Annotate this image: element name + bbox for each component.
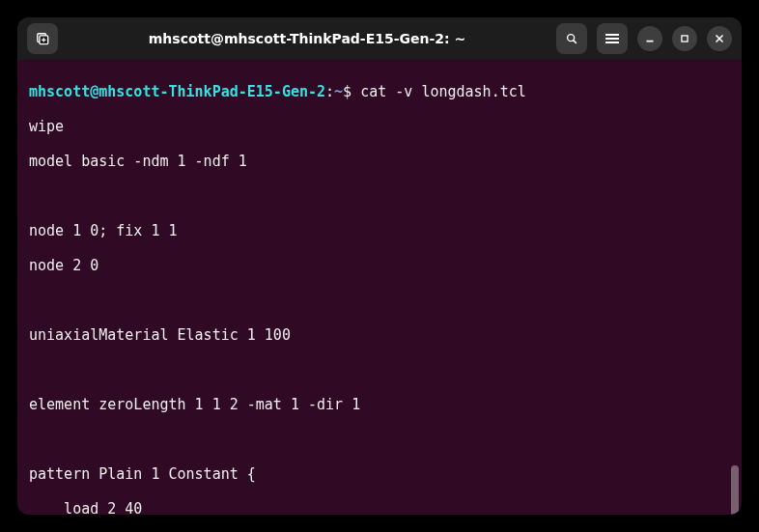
output-line: model basic -ndm 1 -ndf 1 — [29, 153, 730, 170]
output-line: node 2 0 — [29, 257, 730, 274]
output-line — [29, 431, 730, 448]
output-line — [29, 187, 730, 205]
output-line — [29, 292, 730, 309]
prompt-sep: : — [325, 83, 334, 100]
svg-rect-10 — [682, 36, 688, 42]
output-line — [29, 361, 730, 378]
new-tab-button[interactable] — [27, 23, 58, 54]
close-button[interactable] — [707, 26, 732, 51]
output-line: node 1 0; fix 1 1 — [29, 222, 730, 239]
prompt-dollar: $ — [343, 83, 360, 100]
output-line: element zeroLength 1 1 2 -mat 1 -dir 1 — [29, 396, 730, 413]
command-text: cat -v longdash.tcl — [360, 83, 526, 100]
output-line: uniaxialMaterial Elastic 1 100 — [29, 326, 730, 344]
output-line: pattern Plain 1 Constant { — [29, 465, 730, 483]
titlebar: mhscott@mhscott-ThinkPad-E15-Gen-2: ~ — [17, 17, 742, 60]
terminal-window: mhscott@mhscott-ThinkPad-E15-Gen-2: ~ — [17, 17, 742, 515]
maximize-button[interactable] — [672, 26, 697, 51]
maximize-icon — [678, 32, 691, 45]
window-title: mhscott@mhscott-ThinkPad-E15-Gen-2: ~ — [66, 31, 548, 46]
output-line: wipe — [29, 118, 730, 135]
scrollbar-thumb[interactable] — [731, 465, 739, 515]
prompt-line-1: mhscott@mhscott-ThinkPad-E15-Gen-2:~$ ca… — [29, 83, 730, 100]
minimize-button[interactable] — [637, 26, 662, 51]
new-tab-icon — [36, 32, 49, 45]
prompt-path: ~ — [334, 83, 343, 100]
search-icon — [565, 32, 578, 45]
svg-line-8 — [574, 41, 576, 43]
terminal-body[interactable]: mhscott@mhscott-ThinkPad-E15-Gen-2:~$ ca… — [17, 60, 742, 515]
hamburger-icon — [605, 32, 619, 45]
minimize-icon — [643, 32, 657, 45]
menu-button[interactable] — [597, 23, 628, 54]
close-icon — [713, 32, 726, 45]
search-button[interactable] — [556, 23, 587, 54]
prompt-user-host: mhscott@mhscott-ThinkPad-E15-Gen-2 — [29, 83, 325, 100]
output-line: load 2 40 — [29, 500, 730, 515]
